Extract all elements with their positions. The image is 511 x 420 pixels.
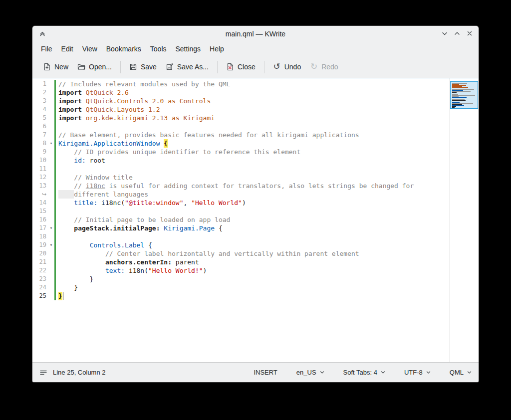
minimap-scrollbar[interactable] xyxy=(449,78,479,362)
line-gutter: 20 xyxy=(32,249,56,258)
code-line: 23 } xyxy=(32,275,449,283)
code-line: 11 xyxy=(32,165,449,173)
dictionary-label: en_US xyxy=(296,369,316,376)
line-number: 7 xyxy=(32,131,48,139)
document-save-as-icon xyxy=(166,63,174,71)
input-mode-button[interactable]: INSERT xyxy=(254,369,277,376)
code-text: // Base element, provides basic features… xyxy=(56,131,449,139)
line-number: 10 xyxy=(32,156,48,165)
redo-icon: ↻ xyxy=(310,63,318,71)
menubar: File Edit View Bookmarks Tools Settings … xyxy=(32,41,479,56)
chevron-up-icon xyxy=(454,30,460,36)
menu-settings[interactable]: Settings xyxy=(171,43,206,55)
toolbar-separator xyxy=(264,61,264,73)
undo-button[interactable]: ↺ Undo xyxy=(268,59,305,74)
fold-column xyxy=(48,215,54,224)
line-number: 13 xyxy=(32,182,48,190)
chevron-down-icon xyxy=(442,30,448,36)
code-line: 5import org.kde.kirigami 2.13 as Kirigam… xyxy=(32,114,449,122)
fold-column xyxy=(48,182,54,190)
fold-column xyxy=(48,283,54,292)
menu-file[interactable]: File xyxy=(36,43,57,55)
code-line: 18 xyxy=(32,232,449,241)
maximize-button[interactable] xyxy=(453,29,461,37)
code-line: 21 anchors.centerIn: parent xyxy=(32,258,449,266)
fold-column xyxy=(48,275,54,283)
line-number: 12 xyxy=(32,173,48,182)
fold-column xyxy=(48,156,54,165)
save-as-button-label: Save As... xyxy=(177,63,209,71)
close-button[interactable]: Close xyxy=(222,59,260,74)
code-text xyxy=(56,122,449,131)
minimize-button[interactable] xyxy=(441,29,449,37)
undo-icon: ↺ xyxy=(273,63,281,71)
line-gutter: 19▾ xyxy=(32,241,56,249)
code-line: 24 } xyxy=(32,283,449,292)
minimap-line xyxy=(452,100,466,101)
titlebar[interactable]: main.qml — KWrite xyxy=(32,26,479,41)
menu-tools[interactable]: Tools xyxy=(146,43,171,55)
code-text xyxy=(56,232,449,241)
line-number: 19 xyxy=(32,241,48,249)
code-text: Kirigami.ApplicationWindow { xyxy=(56,139,449,148)
code-line: 17▾ pageStack.initialPage: Kirigami.Page… xyxy=(32,224,449,232)
minimap-viewport[interactable] xyxy=(450,81,478,109)
line-gutter: 9 xyxy=(32,148,56,156)
line-gutter: 18 xyxy=(32,232,56,241)
code-text: id: root xyxy=(56,156,449,165)
line-gutter: 22 xyxy=(32,266,56,275)
code-lines: 1// Includes relevant modules used by th… xyxy=(32,80,449,300)
line-number: 1 xyxy=(32,80,48,88)
syntax-mode-select[interactable]: QML xyxy=(450,369,472,376)
menu-help[interactable]: Help xyxy=(205,43,229,55)
chevron-down-icon xyxy=(381,370,385,375)
fold-column xyxy=(48,258,54,266)
menu-edit[interactable]: Edit xyxy=(57,43,78,55)
line-number: 8 xyxy=(32,139,48,148)
open-button[interactable]: Open... xyxy=(73,59,116,74)
line-gutter: 21 xyxy=(32,258,56,266)
line-number: 14 xyxy=(32,199,48,207)
fold-column xyxy=(48,97,54,105)
kwrite-window: main.qml — KWrite File Edit View Bookmar… xyxy=(32,26,479,382)
undo-button-label: Undo xyxy=(284,63,301,71)
close-window-button[interactable] xyxy=(466,29,474,37)
document-open-icon xyxy=(77,63,85,71)
code-text: different languages xyxy=(56,190,449,199)
code-text: // Center label horizontally and vertica… xyxy=(56,249,449,258)
fold-column xyxy=(48,114,54,122)
code-text: // i18nc is useful for adding context fo… xyxy=(56,182,449,190)
code-text xyxy=(56,207,449,215)
menu-view[interactable]: View xyxy=(78,43,102,55)
code-text: import QtQuick.Controls 2.0 as Controls xyxy=(56,97,449,105)
fold-arrow-icon[interactable]: ▾ xyxy=(48,139,54,148)
tab-settings-select[interactable]: Soft Tabs: 4 xyxy=(343,369,385,376)
line-number: 22 xyxy=(32,266,48,275)
encoding-select[interactable]: UTF-8 xyxy=(404,369,431,376)
fold-column xyxy=(48,232,54,241)
new-button[interactable]: New xyxy=(38,59,73,74)
menu-bookmarks[interactable]: Bookmarks xyxy=(102,43,146,55)
text-lines-icon xyxy=(39,369,47,377)
fold-column xyxy=(48,249,54,258)
code-line: 7// Base element, provides basic feature… xyxy=(32,131,449,139)
code-text: // Includes relevant modules used by the… xyxy=(56,80,449,88)
line-number: 6 xyxy=(32,122,48,131)
save-as-button[interactable]: Save As... xyxy=(161,59,213,74)
dictionary-select[interactable]: en_US xyxy=(296,369,324,376)
text-editor[interactable]: 1// Includes relevant modules used by th… xyxy=(32,78,449,362)
document-new-icon xyxy=(43,63,51,71)
minimap-line xyxy=(452,92,457,93)
redo-button-label: Redo xyxy=(321,63,338,71)
toolbar: New Open... Save Save As... Close ↺ Undo… xyxy=(32,56,479,78)
line-number: 24 xyxy=(32,283,48,292)
save-button[interactable]: Save xyxy=(125,59,161,74)
fold-arrow-icon[interactable]: ▾ xyxy=(48,241,54,249)
cursor-position[interactable]: Line 25, Column 2 xyxy=(53,369,106,376)
fold-column xyxy=(48,292,54,300)
code-line: 15 xyxy=(32,207,449,215)
fold-arrow-icon[interactable]: ▾ xyxy=(48,224,54,232)
close-icon xyxy=(467,30,473,36)
code-text: title: i18nc("@title:window", "Hello Wor… xyxy=(56,199,449,207)
new-button-label: New xyxy=(54,63,68,71)
